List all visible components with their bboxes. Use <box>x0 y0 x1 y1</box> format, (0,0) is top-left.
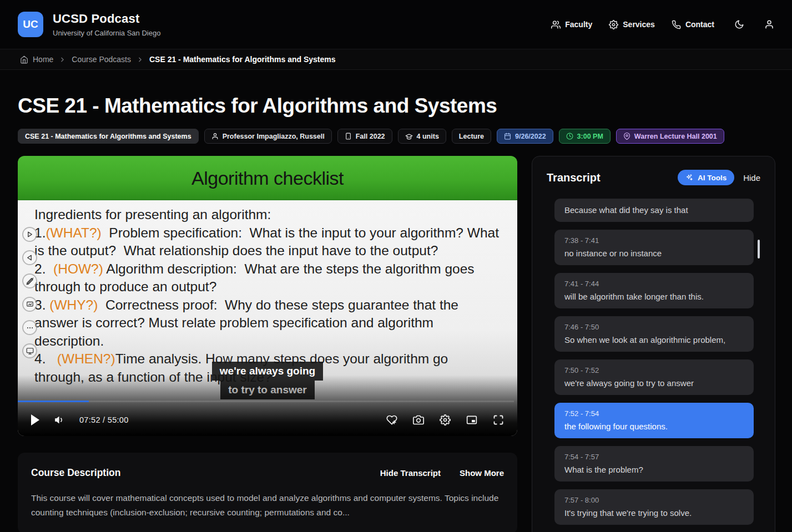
transcript-text: the following four questions. <box>564 422 744 431</box>
settings-gear-icon[interactable] <box>440 414 451 425</box>
breadcrumb: Home Course Podcasts CSE 21 - Mathematic… <box>0 49 792 70</box>
transcript-list: Because what did they say is that7:38 - … <box>544 199 763 532</box>
chip-type: Lecture <box>452 129 491 144</box>
annotation-monitor-icon[interactable] <box>22 343 37 358</box>
slide-header: Algorithm checklist <box>18 156 517 200</box>
annotation-pen-off-icon[interactable] <box>22 273 37 288</box>
nav-faculty-label: Faculty <box>565 20 592 29</box>
nav-contact-label: Contact <box>685 20 714 29</box>
home-icon <box>20 55 28 64</box>
caption-line-1: we're always going <box>212 362 323 381</box>
app-title: UCSD Podcast <box>53 12 160 26</box>
screenshot-camera-icon[interactable] <box>413 414 424 425</box>
nav-faculty[interactable]: Faculty <box>551 20 592 29</box>
video-player[interactable]: Algorithm checklist Ingredients for pres… <box>18 156 517 436</box>
transcript-timestamp: 7:57 - 8:00 <box>564 496 744 504</box>
nav-contact[interactable]: Contact <box>672 20 714 29</box>
phone-icon <box>672 20 681 29</box>
nav-services-label: Services <box>623 20 655 29</box>
transcript-item[interactable]: 7:50 - 7:52we're always going to try to … <box>554 359 754 395</box>
transcript-item[interactable]: 7:52 - 7:54the following four questions. <box>554 403 754 438</box>
chip-location: Warren Lecture Hall 2001 <box>616 129 724 144</box>
transcript-text: will be algorithm take longer than this. <box>564 292 744 301</box>
video-progress-bar[interactable] <box>18 401 514 402</box>
transcript-scrollbar[interactable] <box>758 240 760 259</box>
users-icon <box>551 20 561 29</box>
graduation-cap-icon <box>405 133 413 140</box>
ucsd-logo: UC <box>18 12 43 37</box>
user-account-icon[interactable] <box>764 19 774 29</box>
ai-tools-button[interactable]: AI Tools <box>678 170 734 185</box>
course-description-card: Course Description Hide Transcript Show … <box>18 453 517 532</box>
dark-mode-toggle-moon-icon[interactable] <box>734 19 744 29</box>
app-header: UC UCSD Podcast University of California… <box>0 0 792 49</box>
chip-time: 3:00 PM <box>559 129 611 144</box>
annotation-prev-icon[interactable] <box>22 250 37 265</box>
chip-professor-label: Professor Impagliazzo, Russell <box>223 133 325 140</box>
hide-transcript-button[interactable]: Hide Transcript <box>380 468 441 478</box>
page-title: CSE 21 - Mathematics for Algorithms and … <box>18 94 775 118</box>
transcript-item[interactable]: 7:54 - 7:57What is the problem? <box>554 446 754 482</box>
chip-term-label: Fall 2022 <box>356 133 385 140</box>
chip-professor: Professor Impagliazzo, Russell <box>204 129 332 144</box>
slide-highlight: (WHAT?) <box>46 225 101 240</box>
transcript-text: no instance or no instance <box>564 249 744 258</box>
transcript-item[interactable]: Because what did they say is that <box>554 199 754 222</box>
caption-overlay: we're always going to try to answer <box>18 362 517 399</box>
show-more-button[interactable]: Show More <box>460 468 504 478</box>
play-button[interactable] <box>31 414 39 425</box>
chip-time-label: 3:00 PM <box>577 133 603 140</box>
main-content: CSE 21 - Mathematics for Algorithms and … <box>0 70 792 532</box>
clock-icon <box>566 133 573 140</box>
time-display: 07:52 / 55:00 <box>79 416 129 424</box>
transcript-text: It's trying that we're trying to solve. <box>564 508 744 518</box>
transcript-item[interactable]: 7:38 - 7:41no instance or no instance <box>554 230 754 265</box>
annotation-more-icon[interactable] <box>22 320 37 335</box>
favorite-heart-plus-icon[interactable] <box>386 414 397 425</box>
annotation-toolbar <box>22 227 37 358</box>
transcript-item[interactable]: 7:46 - 7:50So when we look at an algorit… <box>554 316 754 352</box>
chevron-right-icon <box>59 56 66 63</box>
nav-services[interactable]: Services <box>609 20 655 29</box>
chip-date: 9/26/2022 <box>497 129 553 144</box>
gear-icon <box>609 20 618 29</box>
tablet-icon <box>345 133 352 140</box>
brand[interactable]: UC UCSD Podcast University of California… <box>18 12 160 37</box>
chip-units-label: 4 units <box>417 133 439 140</box>
transcript-timestamp: 7:54 - 7:57 <box>564 453 744 461</box>
transcript-hide-button[interactable]: Hide <box>743 173 760 183</box>
transcript-text: we're always going to try to answer <box>564 378 744 388</box>
transcript-text: Because what did they say is that <box>564 205 744 215</box>
course-description-text: This course will cover mathematical conc… <box>31 491 504 519</box>
slide-title: Algorithm checklist <box>191 168 344 189</box>
ai-tools-label: AI Tools <box>698 174 727 182</box>
breadcrumb-course-podcasts[interactable]: Course Podcasts <box>72 55 131 64</box>
transcript-item[interactable]: 7:41 - 7:44will be algorithm take longer… <box>554 273 754 308</box>
slide-item: 3. (WHY?) Correctness proof: Why do thes… <box>34 296 501 351</box>
calendar-icon <box>504 133 511 140</box>
transcript-timestamp: 7:46 - 7:50 <box>564 323 744 331</box>
map-pin-icon <box>623 133 630 140</box>
chip-course-code: CSE 21 - Mathematics for Algorithms and … <box>18 129 199 144</box>
annotation-board-icon[interactable] <box>22 297 37 312</box>
transcript-timestamp: 7:38 - 7:41 <box>564 236 744 245</box>
transcript-panel: Transcript AI Tools Hide Because what di… <box>532 156 775 532</box>
annotation-next-icon[interactable] <box>22 227 37 242</box>
transcript-item[interactable]: 7:57 - 8:00It's trying that we're trying… <box>554 489 754 525</box>
picture-in-picture-icon[interactable] <box>466 414 477 425</box>
video-controls: 07:52 / 55:00 <box>18 404 517 436</box>
breadcrumb-home[interactable]: Home <box>20 55 53 64</box>
chip-units: 4 units <box>398 129 446 144</box>
caption-line-2: to try to answer <box>220 381 314 399</box>
transcript-timestamp: 7:52 - 7:54 <box>564 409 744 418</box>
slide-item: 2. (HOW?) Algorithm description: What ar… <box>34 260 501 296</box>
breadcrumb-current: CSE 21 - Mathematics for Algorithms and … <box>149 55 336 64</box>
transcript-text: What is the problem? <box>564 465 744 474</box>
chip-date-label: 9/26/2022 <box>515 133 546 140</box>
transcript-title: Transcript <box>547 171 601 184</box>
person-icon <box>211 133 219 140</box>
fullscreen-icon[interactable] <box>493 414 504 425</box>
course-meta-chips: CSE 21 - Mathematics for Algorithms and … <box>18 129 775 144</box>
volume-icon[interactable] <box>54 414 65 425</box>
chip-location-label: Warren Lecture Hall 2001 <box>634 133 717 140</box>
